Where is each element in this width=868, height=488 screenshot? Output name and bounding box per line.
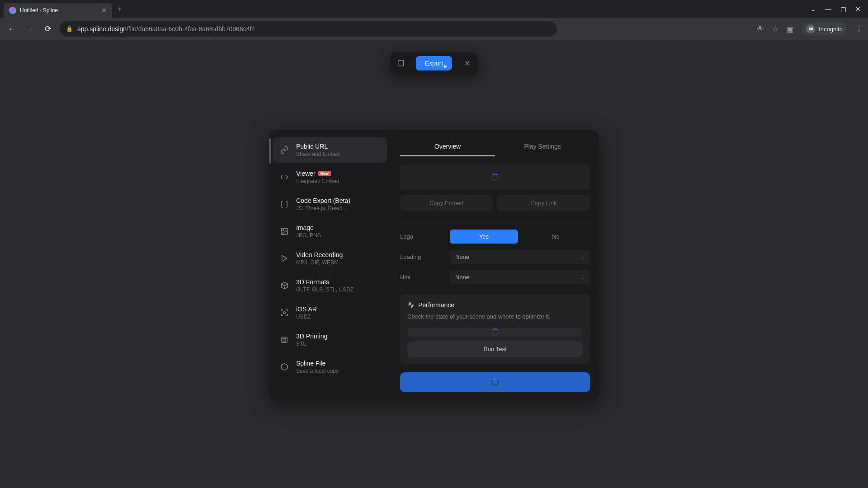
code-icon	[279, 172, 290, 183]
file-icon	[279, 361, 290, 372]
option-subtitle: JPG, PNG	[296, 232, 321, 239]
svg-rect-5	[282, 337, 287, 343]
setting-loading: Loading None ⌄	[400, 250, 590, 264]
svg-rect-0	[398, 61, 404, 66]
brackets-icon	[279, 199, 290, 210]
setting-hint: Hint None ⌄	[400, 270, 590, 284]
sidebar-item-image[interactable]: Image JPG, PNG	[273, 219, 387, 244]
frame-icon[interactable]	[394, 56, 408, 70]
hint-value: None	[455, 274, 469, 281]
tabs-dropdown-icon[interactable]: ⌄	[811, 5, 816, 13]
printer-icon	[279, 334, 290, 345]
option-subtitle: MP4, GIF, WEBM...	[296, 259, 343, 266]
preview-box	[400, 164, 590, 190]
separator	[456, 59, 456, 68]
close-tab-icon[interactable]: ✕	[101, 7, 107, 14]
export-sidebar: Public URL Share and Embed Viewer New In…	[269, 130, 391, 399]
extensions-icon[interactable]: ▣	[787, 25, 793, 33]
image-icon	[279, 226, 290, 237]
copy-embed-button[interactable]: Copy Embed	[400, 195, 493, 211]
cursor-icon: ➤	[443, 63, 448, 70]
copy-row: Copy Embed Copy Link	[400, 195, 590, 211]
hint-select[interactable]: None ⌄	[450, 270, 590, 284]
close-toolbar-button[interactable]: ✕	[460, 56, 474, 70]
option-subtitle: USDZ	[296, 314, 317, 320]
tab-bar: Untitled · Spline ✕ + ⌄ ― ▢ ✕	[0, 0, 868, 18]
sidebar-item-spline-file[interactable]: Spline File Save a local copy	[273, 354, 387, 380]
forward-button[interactable]: →	[24, 23, 36, 35]
app-canvas: Export ➤ ✕ Public URL Share and Embed	[0, 40, 868, 488]
bookmark-icon[interactable]: ☆	[772, 25, 778, 33]
back-button[interactable]: ←	[5, 23, 18, 35]
option-title: Spline File	[296, 360, 339, 367]
svg-marker-3	[282, 255, 287, 262]
sidebar-item-code-export[interactable]: Code Export (Beta) JS, Three.js, React..…	[273, 192, 387, 217]
setting-logo: Logo Yes No	[400, 230, 590, 244]
export-panel: Public URL Share and Embed Viewer New In…	[269, 130, 599, 399]
new-tab-button[interactable]: +	[118, 5, 123, 14]
chevron-down-icon: ⌄	[581, 254, 585, 259]
eye-off-icon[interactable]: 👁	[757, 25, 764, 33]
tab-play-settings[interactable]: Play Settings	[495, 137, 590, 156]
minimize-button[interactable]: ―	[825, 5, 831, 13]
performance-description: Check the state of your scene and where …	[407, 312, 583, 321]
option-title: 3D Formats	[296, 278, 354, 286]
browser-tab[interactable]: Untitled · Spline ✕	[4, 3, 112, 18]
logo-yes-button[interactable]: Yes	[450, 230, 518, 244]
option-subtitle: STL	[296, 341, 327, 347]
logo-no-button[interactable]: No	[522, 230, 590, 244]
export-toolbar: Export ➤ ✕	[390, 52, 478, 74]
cube-icon	[279, 280, 290, 291]
ar-icon	[279, 307, 290, 318]
address-bar: ← → ⟳ 🔒 app.spline.design/file/da56a0aa-…	[0, 18, 868, 40]
browser-chrome: Untitled · Spline ✕ + ⌄ ― ▢ ✕ ← → ⟳ 🔒 ap…	[0, 0, 868, 40]
new-badge: New	[318, 171, 331, 176]
maximize-button[interactable]: ▢	[840, 5, 846, 13]
incognito-badge[interactable]: 🕶 Incognito	[802, 23, 847, 35]
url-path: /file/da56a0aa-6c0b-4fea-8a68-dbb70968c4…	[127, 25, 255, 33]
url-text: app.spline.design/file/da56a0aa-6c0b-4fe…	[77, 25, 255, 33]
sidebar-item-public-url[interactable]: Public URL Share and Embed	[273, 137, 387, 163]
option-title: 3D Printing	[296, 333, 327, 340]
svg-point-2	[283, 230, 283, 230]
window-controls: ⌄ ― ▢ ✕	[811, 5, 868, 13]
option-title: iOS AR	[296, 305, 317, 313]
performance-header: Performance	[407, 301, 583, 309]
performance-spinner-box	[407, 328, 583, 337]
favicon-icon	[9, 7, 16, 14]
tabs: Overview Play Settings	[400, 137, 590, 156]
option-subtitle: Share and Embed	[296, 151, 340, 157]
scrollbar-thumb[interactable]	[269, 138, 271, 164]
export-button[interactable]: Export ➤	[416, 56, 452, 70]
activity-icon	[407, 301, 415, 309]
option-subtitle: Integrated Embed	[296, 178, 339, 184]
incognito-label: Incognito	[819, 26, 843, 33]
option-title: Video Recording	[296, 251, 343, 258]
export-main: Overview Play Settings Copy Embed Copy L…	[391, 130, 599, 399]
run-test-button[interactable]: Run Test	[407, 341, 583, 357]
sidebar-item-3d-printing[interactable]: 3D Printing STL	[273, 327, 387, 352]
option-title: Public URL	[296, 143, 340, 150]
sidebar-item-viewer[interactable]: Viewer New Integrated Embed	[273, 164, 387, 190]
performance-title: Performance	[418, 301, 454, 309]
svg-point-4	[283, 312, 286, 314]
sidebar-item-video[interactable]: Video Recording MP4, GIF, WEBM...	[273, 246, 387, 271]
url-bar[interactable]: 🔒 app.spline.design/file/da56a0aa-6c0b-4…	[60, 21, 557, 37]
loading-select[interactable]: None ⌄	[450, 250, 590, 264]
loading-spinner-icon	[491, 174, 499, 181]
primary-action-button[interactable]	[400, 372, 590, 392]
reload-button[interactable]: ⟳	[42, 23, 54, 35]
copy-link-button[interactable]: Copy Link	[497, 195, 590, 211]
export-button-label: Export	[425, 60, 443, 67]
loading-label: Loading	[400, 253, 450, 260]
option-title: Image	[296, 224, 321, 231]
loading-value: None	[455, 253, 469, 260]
sidebar-item-3d-formats[interactable]: 3D Formats GLTF, GLB, STL, USDZ	[273, 273, 387, 298]
menu-icon[interactable]: ⋮	[855, 25, 863, 33]
logo-label: Logo	[400, 233, 450, 240]
tab-overview[interactable]: Overview	[400, 137, 495, 156]
option-subtitle: Save a local copy	[296, 368, 339, 374]
close-window-button[interactable]: ✕	[855, 5, 861, 13]
incognito-icon: 🕶	[806, 24, 815, 33]
sidebar-item-ios-ar[interactable]: iOS AR USDZ	[273, 300, 387, 325]
